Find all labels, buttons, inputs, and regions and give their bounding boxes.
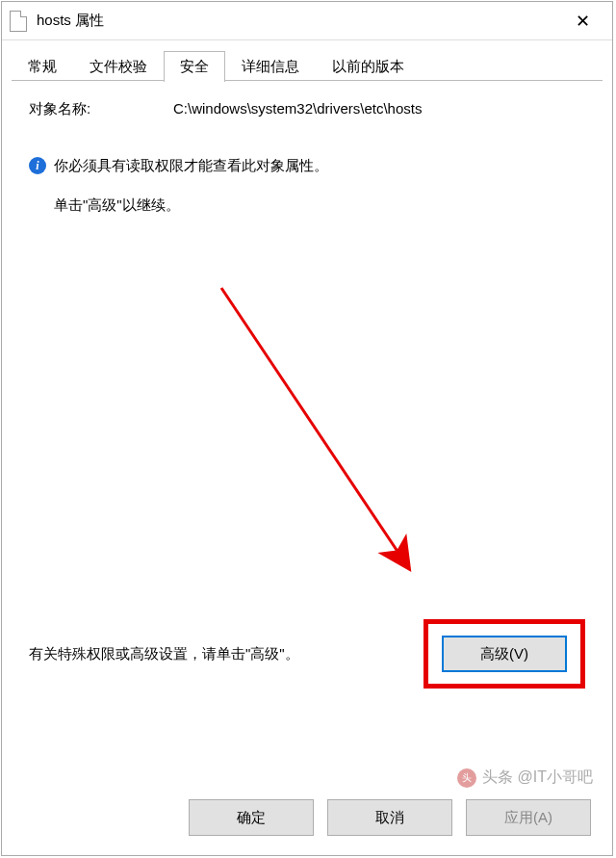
object-name-value: C:\windows\system32\drivers\etc\hosts (173, 100, 422, 118)
svg-line-0 (221, 288, 408, 567)
apply-button[interactable]: 应用(A) (466, 799, 591, 836)
tab-strip: 常规 文件校验 安全 详细信息 以前的版本 (2, 40, 612, 81)
continue-message: 单击"高级"以继续。 (54, 196, 585, 215)
tab-content: 对象名称: C:\windows\system32\drivers\etc\ho… (2, 81, 612, 784)
permissions-hint: 有关特殊权限或高级设置，请单击"高级"。 (29, 645, 424, 663)
tab-file-verify[interactable]: 文件校验 (73, 51, 164, 82)
dialog-button-bar: 确定 取消 应用(A) (2, 784, 612, 855)
highlight-box: 高级(V) (424, 619, 585, 689)
cancel-button[interactable]: 取消 (327, 799, 452, 836)
info-message: 你必须具有读取权限才能查看此对象属性。 (54, 157, 328, 175)
title-bar: hosts 属性 ✕ (2, 2, 612, 40)
info-icon: i (29, 157, 46, 174)
window-title: hosts 属性 (37, 12, 560, 30)
properties-dialog: hosts 属性 ✕ 常规 文件校验 安全 详细信息 以前的版本 对象名称: C… (1, 1, 613, 856)
tab-previous-versions[interactable]: 以前的版本 (316, 51, 421, 82)
tab-general[interactable]: 常规 (12, 51, 73, 82)
file-icon (10, 11, 27, 32)
object-name-label: 对象名称: (29, 100, 173, 118)
tab-security[interactable]: 安全 (164, 51, 225, 82)
close-button[interactable]: ✕ (560, 3, 604, 39)
ok-button[interactable]: 确定 (189, 799, 314, 836)
advanced-button[interactable]: 高级(V) (442, 636, 567, 672)
tab-details[interactable]: 详细信息 (225, 51, 316, 82)
